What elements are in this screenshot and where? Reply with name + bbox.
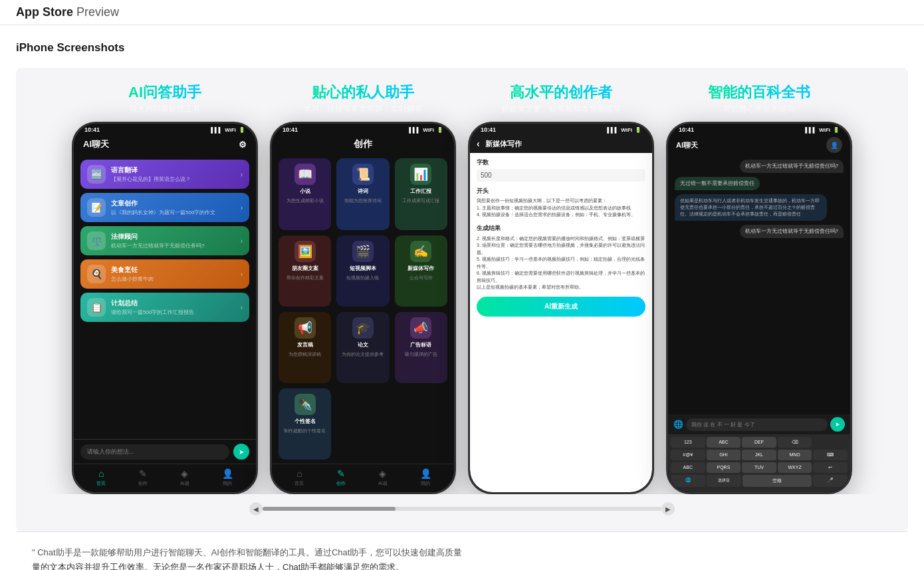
msg-ai-1: 无过错一般不需要承担赔偿责任	[675, 177, 760, 190]
phone-screen-4: 10:41 ▌▌▌ WiFi 🔋 AI聊天 👤	[668, 124, 850, 492]
nav2-create[interactable]: ✎ 创作	[336, 468, 346, 487]
status-icons-2: ▌▌▌ WiFi 🔋	[409, 127, 443, 133]
scroll-left-button[interactable]: ◀	[249, 502, 263, 515]
arrow-icon-5: ›	[241, 304, 243, 311]
kb-key-mno[interactable]: MNO	[778, 450, 812, 460]
app2-header: 创作	[272, 134, 454, 154]
plan-icon: 📋	[87, 298, 106, 317]
status-icons-1: ▌▌▌ WiFi 🔋	[211, 127, 245, 133]
kb-key-mic[interactable]: 🎤	[813, 475, 848, 487]
app3-header: ‹ 新媒体写作	[470, 134, 652, 153]
nav2-home[interactable]: ⌂ 首页	[294, 468, 304, 487]
menu-item-cooking[interactable]: 🍳 美食烹饪 怎么做小炒黄牛肉 ›	[80, 259, 249, 289]
scroll-track[interactable]	[263, 507, 661, 511]
battery-icon-4: 🔋	[833, 127, 840, 133]
menu-desc-cooking: 怎么做小炒黄牛肉	[111, 275, 235, 283]
grid-newmedia[interactable]: ✍️ 新媒体写作 公众号写作	[395, 235, 447, 307]
kb-key-return[interactable]: ↩	[813, 462, 848, 473]
kb-key-def[interactable]: DEF	[742, 437, 776, 448]
scroll-right-button[interactable]: ▶	[661, 502, 675, 515]
battery-icon-3: 🔋	[635, 127, 641, 133]
kb-key-emoji[interactable]: 🌐	[671, 475, 705, 487]
kb-key-pinyin[interactable]: 选拼音	[707, 475, 741, 487]
phone-screen-1: 10:41 ▌▌▌ WiFi 🔋 AI聊天 ⚙	[74, 124, 256, 492]
grid-speech[interactable]: 📢 发言稿 为您撰稿演讲稿	[279, 312, 331, 383]
video-desc: 短视频拍摄入镜	[346, 275, 379, 281]
nav-me-label: 我的	[223, 480, 232, 487]
phone3-caption-main: 高水平的创作者	[501, 84, 621, 101]
nav-ai[interactable]: ◈ AI超	[180, 468, 189, 487]
nav2-me[interactable]: 👤 我的	[420, 468, 431, 487]
kb-key-wxyz[interactable]: WXYZ	[778, 462, 812, 473]
description-area: " Chat助手是一款能够帮助用户进行智能聊天、AI创作和智能翻译的工具。通过C…	[16, 532, 908, 570]
signature-desc: 制作超酷的个性签名	[284, 428, 326, 434]
back-button[interactable]: ‹	[477, 138, 480, 149]
screenshots-area: AI问答助手 强大的问题处理工具 10:41 ▌▌▌ WiFi 🔋	[16, 68, 908, 531]
home-icon: ⌂	[98, 468, 104, 479]
menu-item-plan[interactable]: 📋 计划总结 请给我写一篇500字的工作汇报报告 ›	[80, 293, 249, 322]
grid-signature[interactable]: ✒️ 个性签名 制作超酷的个性签名	[279, 388, 331, 460]
phone-screen-2: 10:41 ▌▌▌ WiFi 🔋 创作	[272, 124, 454, 492]
kb-key-jkl[interactable]: JKL	[742, 450, 776, 460]
report-label: 工作汇报	[410, 188, 431, 195]
kb-key-123[interactable]: 123	[671, 437, 705, 448]
nav-me[interactable]: 👤 我的	[222, 468, 233, 487]
battery-icon: 🔋	[239, 127, 245, 133]
menu-item-legal[interactable]: ⚖️ 法律顾问 机动车一方无过错就等于无赔偿任务吗? ›	[80, 226, 249, 255]
phone-caption-1: AI问答助手 强大的问题处理工具	[128, 84, 201, 115]
app1-input-field[interactable]: 请输入你的想法...	[80, 444, 229, 460]
grid-thesis[interactable]: 🎓 论文 为你的论文提供参考	[336, 312, 389, 383]
speech-icon: 📢	[294, 317, 316, 339]
nav-home[interactable]: ⌂ 首页	[96, 468, 106, 487]
app2-title: 创作	[354, 138, 372, 149]
menu-item-translate[interactable]: 🔤 语言翻译 【展开心花见的】用英语怎么说？ ›	[80, 160, 249, 189]
poetry-label: 诗词	[358, 188, 368, 195]
kb-key-keyboard[interactable]: ⌨	[813, 450, 848, 460]
nav-create-label: 创作	[138, 480, 148, 487]
home-icon-2: ⌂	[296, 468, 302, 479]
app3-body: 字数 500 开头 我想要创作一份短视频拍摄大纲，以下是一些可以考虑的要素：1.…	[470, 153, 652, 492]
video-icon: 🎬	[352, 241, 374, 262]
grid-novel[interactable]: 📖 小说 为您生成精彩小说	[279, 158, 331, 229]
grid-ad[interactable]: 📣 广告标语 吸引眼球的广告	[395, 312, 447, 383]
kb-key-abc[interactable]: ABC	[707, 437, 741, 448]
settings-icon[interactable]: ⚙	[239, 140, 247, 150]
status-icons-4: ▌▌▌ WiFi 🔋	[805, 127, 840, 133]
status-icons-3: ▌▌▌ WiFi 🔋	[607, 127, 641, 133]
nav2-ai-label: AI超	[378, 480, 388, 487]
app3-screen-title: 新媒体写作	[485, 139, 522, 149]
kb-key-sym[interactable]: #@¥	[671, 450, 705, 460]
globe-icon: 🌐	[673, 420, 683, 429]
menu-text-writing: 文章创作 以《我的妈长女神》为题写一篇500字的作文	[111, 199, 235, 216]
kb-key-upper[interactable]: ABC	[671, 462, 705, 473]
menu-text-translate: 语言翻译 【展开心花见的】用英语怎么说？	[111, 166, 235, 183]
kb-key-space[interactable]: 空格	[743, 475, 812, 487]
phone-wrapper-3: 高水平的创作者 新媒体文案、短视频脚本智能续写 10:41 ▌▌▌ WiFi 🔋	[468, 84, 654, 494]
grid-report[interactable]: 📊 工作汇报 工作成果写成汇报	[395, 158, 447, 229]
app4-input-field[interactable]: 我你 这 在 不 一 好 是 今了	[686, 418, 828, 431]
kb-key-pqrs[interactable]: PQRS	[707, 462, 741, 473]
kb-key-tuv[interactable]: TUV	[742, 462, 776, 473]
status-bar-3: 10:41 ▌▌▌ WiFi 🔋	[470, 124, 652, 134]
kb-row-4: 🌐 选拼音 空格 🎤	[671, 475, 848, 487]
grid-video[interactable]: 🎬 短视频脚本 短视频拍摄入镜	[336, 235, 389, 307]
app1-send-button[interactable]: ➤	[233, 444, 249, 460]
app1-bottom-nav: ⌂ 首页 ✎ 创作 ◈ AI超	[74, 464, 256, 492]
phone2-caption-main: 贴心的私人助手	[303, 84, 423, 101]
regenerate-button[interactable]: AI重新生成	[477, 297, 645, 317]
menu-text-cooking: 美食烹饪 怎么做小炒黄牛肉	[111, 265, 235, 283]
app1-title: AI聊天	[83, 138, 109, 150]
menu-desc-translate: 【展开心花见的】用英语怎么说？	[111, 176, 235, 183]
kb-key-ghi[interactable]: GHI	[707, 450, 741, 460]
nav2-ai[interactable]: ◈ AI超	[378, 468, 388, 487]
kb-row-2: #@¥ GHI JKL MNO ⌨	[671, 450, 848, 460]
phone-mockup-4: 10:41 ▌▌▌ WiFi 🔋 AI聊天 👤	[666, 122, 852, 494]
nav-create[interactable]: ✎ 创作	[138, 468, 148, 487]
grid-poetry[interactable]: 📜 诗词 智能为您推荐诗词	[336, 158, 389, 229]
msg-user-2: 机动车一方无过错就等于无赔偿责任吗?	[740, 225, 844, 238]
kb-key-backspace[interactable]: ⌫	[778, 437, 812, 448]
app4-send-button[interactable]: ➤	[830, 417, 845, 432]
menu-item-writing[interactable]: 📝 文章创作 以《我的妈长女神》为题写一篇500字的作文 ›	[80, 193, 249, 222]
grid-moments[interactable]: 🖼️ 朋友圈文案 帮你创作精彩文案	[279, 235, 331, 307]
phone1-caption-main: AI问答助手	[128, 84, 201, 101]
